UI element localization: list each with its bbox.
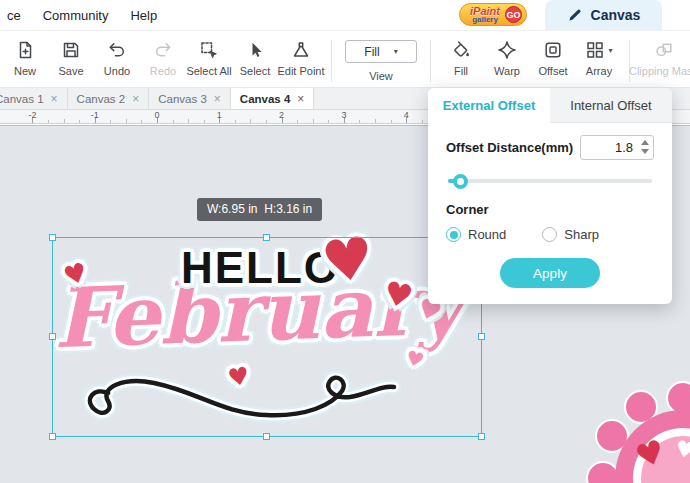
save-floppy-icon	[61, 40, 81, 60]
new-document-icon	[15, 40, 35, 60]
radio-sharp-label: Sharp	[564, 227, 599, 242]
edit-point-label: Edit Point	[277, 65, 324, 77]
new-label: New	[14, 65, 36, 77]
undo-icon	[107, 40, 127, 60]
view-mode-group: Fill ▾ View	[345, 40, 417, 82]
close-icon[interactable]: ×	[214, 92, 221, 106]
selection-handle-se[interactable]	[478, 433, 485, 440]
select-label: Select	[240, 65, 271, 77]
selection-handle-sw[interactable]	[49, 433, 56, 440]
slider-track[interactable]	[448, 179, 652, 183]
close-icon[interactable]: ×	[51, 92, 58, 106]
selection-box[interactable]	[52, 237, 482, 437]
tab-external-offset-label: External Offset	[443, 98, 535, 113]
corner-radio-group: Round Sharp	[446, 227, 654, 242]
menubar: ce Community Help iPaint gallery GO Canv…	[0, 0, 690, 30]
view-mode-label: View	[369, 70, 393, 82]
radio-round-label: Round	[468, 227, 506, 242]
select-all-icon	[199, 40, 219, 60]
offset-button[interactable]: Offset	[533, 40, 573, 77]
radio-sharp[interactable]: Sharp	[542, 227, 599, 242]
selection-handle-w[interactable]	[49, 333, 56, 340]
edit-point-icon	[291, 40, 311, 60]
warp-label: Warp	[494, 65, 520, 77]
tab-canvas-1[interactable]: Canvas 1 ×	[0, 88, 68, 109]
select-button[interactable]: Select	[235, 40, 275, 77]
decor-sticker-partial: ♥ ♥	[578, 373, 690, 483]
undo-label: Undo	[104, 65, 130, 77]
go-badge: GO	[505, 6, 522, 23]
redo-icon	[153, 40, 173, 60]
warp-button[interactable]: Warp	[487, 40, 527, 77]
selection-handle-s[interactable]	[263, 433, 270, 440]
tab-label: Canvas 4	[240, 93, 291, 105]
toolbar-separator	[331, 40, 332, 82]
fill-label: Fill	[454, 65, 468, 77]
redo-button[interactable]: Redo	[143, 40, 183, 77]
chevron-down-icon: ▾	[394, 47, 398, 56]
array-button[interactable]: ▾ Array	[579, 40, 619, 77]
save-button[interactable]: Save	[51, 40, 91, 77]
clipping-mask-icon	[654, 40, 674, 60]
chevron-down-icon: ▾	[608, 46, 612, 55]
canvas-app-tab[interactable]: Canvas	[545, 0, 662, 30]
tab-external-offset[interactable]: External Offset	[428, 88, 550, 123]
selection-handle-nw[interactable]	[49, 234, 56, 241]
select-all-button[interactable]: Select All	[189, 40, 229, 77]
fill-button[interactable]: Fill	[441, 40, 481, 77]
cursor-arrow-icon	[245, 40, 265, 60]
menu-item-help[interactable]: Help	[130, 8, 157, 23]
offset-distance-slider[interactable]	[448, 174, 652, 188]
selection-handle-e[interactable]	[478, 333, 485, 340]
badge-subtitle: gallery	[472, 16, 498, 24]
clipping-mask-button[interactable]: Clipping Mask	[640, 40, 687, 77]
size-tooltip: W:6.95 in H:3.16 in	[197, 198, 322, 221]
close-icon[interactable]: ×	[132, 92, 139, 106]
new-button[interactable]: New	[5, 40, 45, 77]
undo-button[interactable]: Undo	[97, 40, 137, 77]
array-label: Array	[586, 65, 612, 77]
spinner-arrows	[641, 140, 649, 154]
radio-round-circle	[446, 227, 461, 242]
tab-canvas-2[interactable]: Canvas 2 ×	[68, 88, 150, 109]
badge-text: iPaint gallery	[470, 6, 500, 24]
badge-title: iPaint	[470, 6, 500, 16]
toolbar: New Save Undo Redo Select All	[0, 30, 690, 88]
tab-canvas-3[interactable]: Canvas 3 ×	[149, 88, 231, 109]
warp-star-icon	[497, 40, 517, 60]
ipaint-gallery-badge[interactable]: iPaint gallery GO	[459, 3, 527, 26]
offset-panel-tabs: External Offset Internal Offset	[428, 88, 672, 123]
slider-handle[interactable]	[453, 174, 468, 189]
menubar-right: iPaint gallery GO Canvas	[459, 0, 690, 30]
close-icon[interactable]: ×	[297, 92, 304, 106]
offset-icon	[543, 40, 563, 60]
offset-distance-spinner[interactable]	[580, 135, 654, 160]
radio-round[interactable]: Round	[446, 227, 506, 242]
save-label: Save	[58, 65, 83, 77]
menu-item-community[interactable]: Community	[43, 8, 109, 23]
corner-label: Corner	[446, 202, 654, 217]
apply-button[interactable]: Apply	[500, 258, 600, 288]
tab-internal-offset[interactable]: Internal Offset	[550, 88, 672, 123]
canvas-app-tab-label: Canvas	[591, 7, 641, 23]
tab-label: Canvas 3	[158, 93, 207, 105]
brush-icon	[567, 7, 583, 23]
offset-label: Offset	[538, 65, 567, 77]
tab-label: Canvas 2	[77, 93, 126, 105]
select-all-label: Select All	[186, 65, 231, 77]
spinner-down-icon[interactable]	[641, 149, 649, 154]
edit-point-button[interactable]: Edit Point	[281, 40, 321, 77]
view-mode-dropdown[interactable]: Fill ▾	[345, 40, 417, 63]
toolbar-separator	[430, 40, 431, 82]
app-window: ce Community Help iPaint gallery GO Canv…	[0, 0, 690, 483]
offset-distance-label: Offset Distance(mm)	[446, 140, 573, 155]
selection-handle-n[interactable]	[263, 234, 270, 241]
array-grid-icon: ▾	[585, 40, 612, 60]
spinner-up-icon[interactable]	[641, 140, 649, 145]
paint-bucket-icon	[451, 40, 471, 60]
tab-canvas-4[interactable]: Canvas 4 ×	[231, 88, 315, 109]
menu-item-ce[interactable]: ce	[7, 8, 21, 23]
tab-internal-offset-label: Internal Offset	[570, 98, 651, 113]
offset-panel-body: Offset Distance(mm) Corner Round	[428, 123, 672, 304]
radio-sharp-circle	[542, 227, 557, 242]
